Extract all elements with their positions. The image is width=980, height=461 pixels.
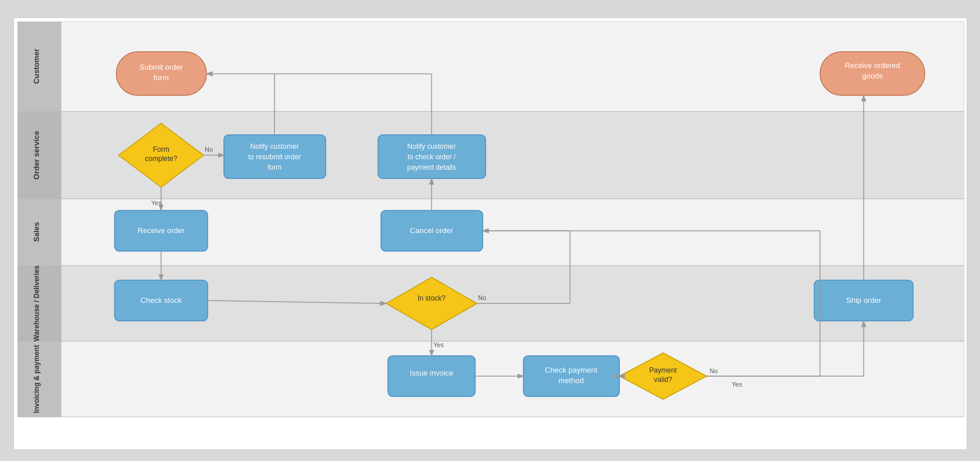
receive-goods-line2: goods	[862, 72, 883, 80]
notify-resubmit-line2: to resubmit order	[248, 153, 301, 161]
check-payment-line2: method	[558, 376, 583, 385]
form-complete-line1: Form	[153, 145, 169, 153]
yes-label-payment: Yes	[732, 381, 742, 388]
notify-check-line3: payment details	[407, 163, 455, 171]
issue-invoice-label: Issue invoice	[409, 369, 453, 377]
yes-label-form: Yes	[151, 199, 162, 206]
yes-label-stock: Yes	[433, 341, 444, 348]
no-label-form: No	[205, 146, 213, 153]
submit-order-line1: Submit order	[139, 63, 183, 72]
check-payment-line1: Check payment	[544, 366, 597, 374]
no-label-payment: No	[710, 367, 718, 374]
notify-resubmit-line1: Notify customer	[250, 142, 298, 151]
receive-goods-line1: Receive ordered	[844, 61, 900, 70]
order-lane-label: Order service	[32, 131, 41, 180]
payment-valid-line1: Payment	[649, 366, 677, 374]
warehouse-lane-label: Warehouse / Deliveries	[33, 265, 41, 341]
ship-order-label: Ship order	[846, 296, 882, 305]
notify-resubmit-line3: form	[268, 163, 281, 171]
payment-valid-line2: valid?	[654, 376, 672, 384]
receive-order-label: Receive order	[137, 226, 185, 235]
check-stock-label: Check stock	[140, 296, 181, 305]
main-container: Customer Order service Sales Warehouse /…	[13, 17, 967, 450]
flowchart-svg: Customer Order service Sales Warehouse /…	[17, 22, 964, 446]
submit-order-line2: form	[154, 73, 169, 82]
in-stock-label: In stock?	[417, 294, 445, 302]
cancel-order-label: Cancel order	[409, 226, 453, 235]
invoicing-lane-label: Invoicing & payment	[33, 345, 41, 413]
no-label-stock: No	[478, 294, 486, 301]
sales-lane-label: Sales	[32, 222, 41, 242]
customer-lane-label: Customer	[32, 49, 41, 84]
notify-check-line2: to check order /	[407, 153, 455, 161]
form-complete-line2: complete?	[145, 155, 177, 163]
invoicing-lane-bg	[17, 341, 964, 417]
notify-check-line1: Notify customer	[407, 142, 455, 151]
